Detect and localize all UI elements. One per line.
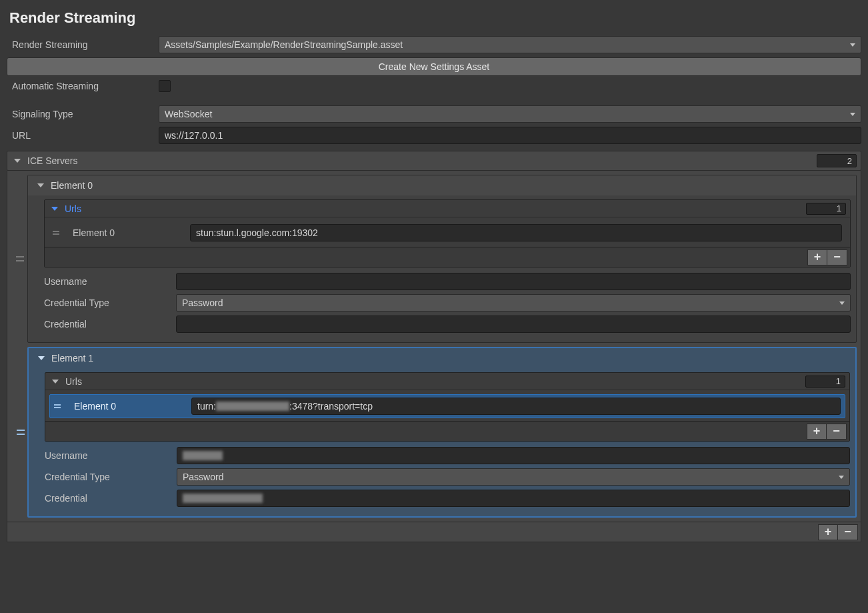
ice-servers-foldout[interactable]: ICE Servers 2 [7,151,861,171]
url-label: URL [7,130,153,141]
ice-servers-label: ICE Servers [27,155,810,166]
credential-input[interactable] [177,490,850,507]
signaling-type-label: Signaling Type [7,109,153,119]
drag-handle-icon[interactable] [53,231,59,235]
url-item-row[interactable]: Element 0 turn::3478?transport=tcp [49,394,845,418]
url-item-input[interactable]: stun:stun.l.google.com:19302 [190,224,842,241]
create-settings-asset-button[interactable]: Create New Settings Asset [7,57,861,76]
urls-foldout[interactable]: Urls 1 [45,373,849,390]
automatic-streaming-checkbox[interactable] [159,80,171,92]
username-input[interactable] [176,273,851,290]
credential-type-dropdown[interactable]: Password [176,294,851,312]
drag-handle-icon[interactable] [54,404,61,408]
ice-element-0-header[interactable]: Element 0 [28,175,856,195]
chevron-down-icon [51,207,58,211]
page-title: Render Streaming [9,9,861,27]
add-url-button[interactable]: + [807,249,827,265]
render-streaming-asset-value: Assets/Samples/Example/RenderStreamingSa… [165,39,403,50]
ice-element-1-header[interactable]: Element 1 [29,348,855,368]
signaling-type-dropdown[interactable]: WebSocket [159,105,861,123]
urls-foldout[interactable]: Urls 1 [45,200,850,217]
render-streaming-asset-dropdown[interactable]: Assets/Samples/Example/RenderStreamingSa… [159,36,861,53]
credential-label: Credential [44,319,171,330]
drag-handle-icon[interactable] [16,256,24,261]
ice-servers-list: Element 0 Urls 1 [7,171,861,522]
url-input[interactable]: ws://127.0.0.1 [159,127,861,144]
automatic-streaming-label: Automatic Streaming [7,81,153,91]
urls-list: Urls 1 Element 0 stun:stun.l.google.com:… [44,199,851,267]
urls-count[interactable]: 1 [806,203,846,215]
remove-url-button[interactable]: − [827,424,847,440]
chevron-down-icon [38,356,45,360]
remove-ice-server-button[interactable]: − [838,524,858,540]
credential-input[interactable] [176,316,851,333]
chevron-down-icon [37,183,44,187]
render-streaming-label: Render Streaming [7,39,153,50]
redacted-username [183,451,223,460]
credential-label: Credential [45,493,171,504]
url-item-row[interactable]: Element 0 stun:stun.l.google.com:19302 [49,221,846,244]
chevron-down-icon [14,159,21,163]
chevron-down-icon [52,380,59,384]
ice-server-element[interactable]: Element 0 Urls 1 [27,175,857,343]
add-url-button[interactable]: + [807,424,827,440]
url-item-input[interactable]: turn::3478?transport=tcp [191,398,841,415]
urls-list: Urls 1 Element 0 turn::3478?transport=tc… [45,372,850,442]
redacted-host [216,402,289,411]
redacted-credential [183,494,263,503]
username-label: Username [44,276,171,287]
drag-handle-icon[interactable] [17,430,25,435]
credential-type-label: Credential Type [44,297,171,308]
ice-servers-count[interactable]: 2 [817,154,857,167]
credential-type-dropdown[interactable]: Password [177,468,850,486]
urls-count[interactable]: 1 [805,376,845,388]
credential-type-label: Credential Type [45,472,171,482]
remove-url-button[interactable]: − [827,249,847,265]
username-input[interactable] [177,447,850,464]
add-ice-server-button[interactable]: + [818,524,838,540]
ice-server-element[interactable]: Element 1 Urls 1 [27,347,857,518]
username-label: Username [45,450,171,461]
